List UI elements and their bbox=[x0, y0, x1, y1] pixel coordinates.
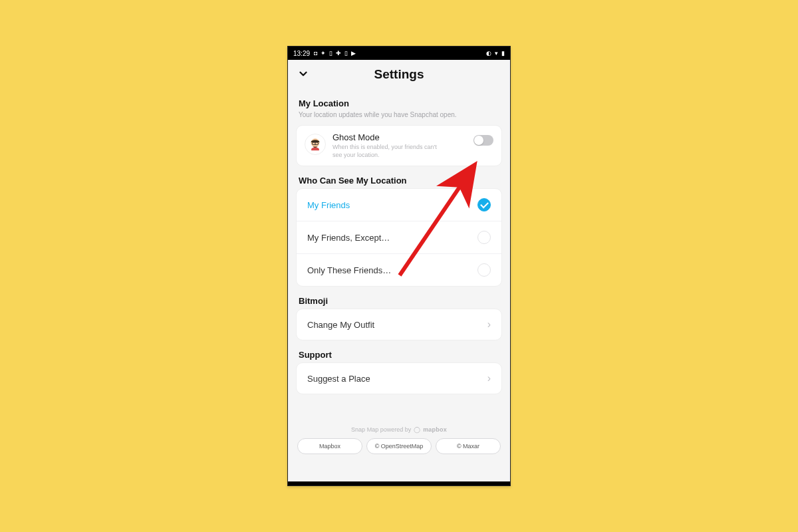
status-time: 13:29 bbox=[293, 50, 310, 57]
visibility-option-label: My Friends bbox=[307, 200, 350, 210]
checkmark-icon bbox=[477, 198, 491, 211]
visibility-option-except[interactable]: My Friends, Except… bbox=[297, 221, 501, 254]
status-notif-icons: ◘ ✦ ▯ ✚ ▯ ▶ bbox=[314, 50, 356, 57]
footer-pill-maxar[interactable]: © Maxar bbox=[436, 438, 501, 454]
ghost-mode-desc: When this is enabled, your friends can't… bbox=[332, 144, 446, 159]
suggest-place-row[interactable]: Suggest a Place › bbox=[297, 363, 501, 394]
footer-powered-label: Snap Map powered by bbox=[351, 426, 411, 433]
shield-icon: ◘ bbox=[314, 50, 317, 57]
back-chevron-icon[interactable] bbox=[297, 68, 309, 82]
wifi-icon: ▾ bbox=[495, 50, 498, 57]
footer-brand: mapbox bbox=[423, 426, 447, 433]
section-title-visibility: Who Can See My Location bbox=[296, 176, 502, 186]
visibility-option-label: My Friends, Except… bbox=[307, 233, 390, 243]
visibility-option-only[interactable]: Only These Friends… bbox=[297, 254, 501, 286]
chevron-right-icon: › bbox=[487, 372, 491, 384]
footer-pill-mapbox[interactable]: Mapbox bbox=[297, 438, 362, 454]
ghost-mode-card: Ghost Mode When this is enabled, your fr… bbox=[296, 125, 502, 166]
dnd-icon: ◐ bbox=[486, 50, 491, 57]
phone2-icon: ▯ bbox=[344, 50, 348, 57]
bell-icon: ✦ bbox=[321, 50, 326, 57]
page-title: Settings bbox=[374, 67, 424, 82]
visibility-list: My Friends My Friends, Except… Only Thes… bbox=[296, 188, 502, 287]
mapbox-logo-icon: ◯ bbox=[414, 426, 420, 433]
bitmoji-avatar-icon bbox=[305, 134, 326, 155]
section-title-support: Support bbox=[296, 350, 502, 360]
phone-icon: ▯ bbox=[329, 50, 332, 57]
settings-header: Settings bbox=[288, 60, 510, 89]
section-title-location: My Location bbox=[296, 98, 502, 108]
visibility-option-my-friends[interactable]: My Friends bbox=[297, 189, 501, 221]
support-card: Suggest a Place › bbox=[296, 362, 502, 394]
footer-pill-row: Mapbox © OpenStreetMap © Maxar bbox=[296, 438, 502, 454]
cluster-icon: ✚ bbox=[336, 50, 341, 57]
change-outfit-label: Change My Outfit bbox=[307, 320, 374, 330]
ghost-mode-title: Ghost Mode bbox=[332, 132, 467, 142]
ghost-mode-toggle[interactable] bbox=[473, 135, 493, 146]
change-outfit-row[interactable]: Change My Outfit › bbox=[297, 309, 501, 340]
radio-icon bbox=[477, 263, 491, 277]
android-nav-bar bbox=[288, 481, 510, 485]
footer-pill-osm[interactable]: © OpenStreetMap bbox=[366, 438, 432, 454]
chevron-right-icon: › bbox=[487, 319, 491, 331]
status-bar: 13:29 ◘ ✦ ▯ ✚ ▯ ▶ ◐ ▾ ▮ bbox=[288, 47, 510, 60]
visibility-option-label: Only These Friends… bbox=[307, 265, 391, 275]
phone-frame: 13:29 ◘ ✦ ▯ ✚ ▯ ▶ ◐ ▾ ▮ Settings My Loca… bbox=[287, 46, 511, 486]
section-title-bitmoji: Bitmoji bbox=[296, 296, 502, 306]
suggest-place-label: Suggest a Place bbox=[307, 374, 370, 384]
play-icon: ▶ bbox=[351, 50, 356, 57]
section-sub-location: Your location updates while you have Sna… bbox=[296, 111, 502, 118]
battery-icon: ▮ bbox=[501, 50, 505, 57]
radio-icon bbox=[477, 231, 491, 244]
footer-attribution: Snap Map powered by ◯ mapbox bbox=[296, 426, 502, 433]
bitmoji-card: Change My Outfit › bbox=[296, 309, 502, 340]
